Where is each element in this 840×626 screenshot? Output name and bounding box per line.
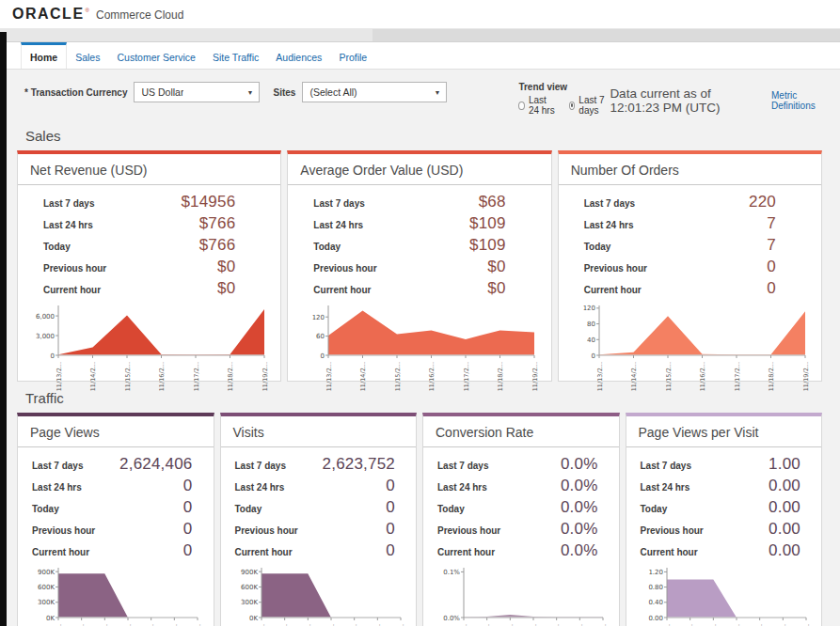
product-name: Commerce Cloud bbox=[96, 8, 183, 22]
metric-rows: Last 7 days2,624,406Last 24 hrs0Today0Pr… bbox=[18, 447, 214, 562]
sites-group: Sites (Select All) ▼ bbox=[273, 82, 447, 102]
brand-name: ORACLE bbox=[12, 6, 85, 23]
registered-mark: ® bbox=[86, 8, 89, 13]
metric-label: Current hour bbox=[43, 285, 101, 295]
trend-view-group: Trend view Last 24 hrs Last 7 days bbox=[518, 82, 610, 116]
svg-text:900K: 900K bbox=[38, 569, 55, 576]
transaction-currency-select[interactable]: US Dollar ▼ bbox=[134, 82, 260, 102]
svg-text:11/19/2...: 11/19/2... bbox=[262, 362, 269, 391]
metric-value: 2,624,406 bbox=[119, 455, 192, 474]
metric-card-visits: VisitsLast 7 days2,623,752Last 24 hrs0To… bbox=[220, 413, 418, 626]
section-sales: SalesNet Revenue (USD)Last 7 days$14956L… bbox=[0, 119, 840, 382]
svg-text:11/17/2...: 11/17/2... bbox=[733, 362, 740, 391]
metric-rows: Last 7 days1.00Last 24 hrs0.00Today0.00P… bbox=[626, 447, 822, 562]
svg-text:11/19/2...: 11/19/2... bbox=[801, 362, 809, 391]
svg-text:600K: 600K bbox=[38, 584, 55, 591]
metric-row-previous-hour: Previous hour0.00 bbox=[626, 518, 822, 540]
metric-row-last-24-hrs: Last 24 hrs$109 bbox=[288, 212, 550, 234]
metric-label: Previous hour bbox=[235, 525, 298, 536]
metric-value: 0.0% bbox=[561, 477, 598, 495]
status-group: Data current as of 12:01:23 PM (UTC) Met… bbox=[610, 86, 827, 115]
metric-rows: Last 7 days220Last 24 hrs7Today7Previous… bbox=[559, 185, 821, 300]
app-header: ORACLE® Commerce Cloud bbox=[0, 0, 840, 29]
svg-text:0.00: 0.00 bbox=[648, 615, 663, 622]
tab-profile[interactable]: Profile bbox=[330, 42, 375, 69]
tab-sales[interactable]: Sales bbox=[67, 42, 108, 69]
metric-label: Last 24 hrs bbox=[437, 482, 487, 493]
metric-label: Previous hour bbox=[32, 525, 95, 536]
metric-row-last-7-days: Last 7 days$68 bbox=[288, 191, 550, 212]
radio-icon bbox=[518, 102, 525, 110]
trend-view-options: Last 24 hrs Last 7 days bbox=[518, 95, 610, 116]
metric-label: Last 7 days bbox=[437, 461, 488, 471]
svg-text:0: 0 bbox=[591, 352, 594, 360]
tab-customer-service[interactable]: Customer Service bbox=[108, 42, 203, 69]
card-title: Conversion Rate bbox=[423, 416, 619, 447]
section-title-sales: Sales bbox=[0, 119, 840, 150]
metric-row-previous-hour: Previous hour0.0% bbox=[423, 518, 619, 540]
metric-row-last-7-days: Last 7 days0.0% bbox=[423, 453, 619, 475]
metric-value: 0.00 bbox=[769, 520, 800, 539]
svg-text:40: 40 bbox=[587, 336, 595, 344]
tab-site-traffic[interactable]: Site Traffic bbox=[204, 42, 267, 69]
metric-label: Last 24 hrs bbox=[43, 220, 93, 230]
metric-label: Today bbox=[437, 504, 465, 514]
metric-label: Today bbox=[43, 242, 71, 252]
svg-text:11/14/2...: 11/14/2... bbox=[89, 362, 97, 391]
section-traffic: TrafficPage ViewsLast 7 days2,624,406Las… bbox=[0, 382, 840, 626]
metric-value: $766 bbox=[199, 236, 236, 255]
trend-view-label: Trend view bbox=[518, 82, 610, 92]
metric-label: Last 7 days bbox=[584, 198, 635, 209]
metric-value: 7 bbox=[767, 214, 776, 233]
tab-audiences[interactable]: Audiences bbox=[267, 42, 330, 69]
metric-label: Last 24 hrs bbox=[584, 220, 634, 230]
metric-label: Last 24 hrs bbox=[641, 482, 690, 493]
metric-row-last-7-days: Last 7 days220 bbox=[559, 191, 821, 212]
metric-label: Previous hour bbox=[437, 525, 500, 536]
card-title: Average Order Value (USD) bbox=[288, 154, 550, 185]
metric-value: $0 bbox=[487, 279, 505, 298]
svg-text:3,000: 3,000 bbox=[36, 333, 55, 340]
metric-label: Last 24 hrs bbox=[313, 220, 363, 230]
radio-last-7-days[interactable]: Last 7 days bbox=[569, 95, 610, 116]
metric-value: 0 bbox=[183, 498, 193, 517]
metric-value: 1.00 bbox=[769, 455, 800, 474]
tab-home[interactable]: Home bbox=[21, 42, 67, 69]
filter-bar: * Transaction Currency US Dollar ▼ Sites… bbox=[0, 70, 840, 119]
metric-label: Today bbox=[313, 242, 341, 252]
metric-row-current-hour: Current hour$0 bbox=[288, 277, 550, 299]
sites-select[interactable]: (Select All) ▼ bbox=[302, 82, 447, 102]
svg-text:11/13/2...: 11/13/2... bbox=[55, 362, 63, 391]
svg-text:0: 0 bbox=[51, 352, 55, 360]
svg-text:120: 120 bbox=[582, 305, 594, 312]
metric-definitions-link[interactable]: Metric Definitions bbox=[771, 90, 821, 111]
svg-text:0K: 0K bbox=[248, 615, 257, 622]
metric-value: 0 bbox=[183, 520, 193, 539]
metric-label: Current hour bbox=[437, 547, 495, 557]
transaction-currency-group: * Transaction Currency US Dollar ▼ bbox=[24, 82, 260, 102]
radio-last-24-hrs[interactable]: Last 24 hrs bbox=[518, 95, 558, 116]
metric-row-previous-hour: Previous hour0 bbox=[18, 518, 214, 540]
trend-area-chart: 1208040011/13/2...11/14/2...11/15/2...11… bbox=[567, 303, 811, 397]
metric-label: Last 7 days bbox=[313, 198, 364, 209]
trend-area-chart: 6,0003,000011/13/2...11/14/2...11/15/2..… bbox=[26, 303, 270, 397]
metric-row-last-7-days: Last 7 days2,624,406 bbox=[18, 453, 214, 475]
metric-row-current-hour: Current hour0.0% bbox=[423, 540, 619, 561]
trend-area-chart: 1.200.800.400.0011/13/2...11/14/2...11/1… bbox=[635, 565, 812, 626]
metric-row-today: Today0.00 bbox=[626, 496, 822, 518]
svg-text:0.0%: 0.0% bbox=[443, 615, 460, 622]
metric-value: 0 bbox=[183, 541, 193, 560]
metric-value: 7 bbox=[767, 236, 776, 255]
metric-label: Last 24 hrs bbox=[235, 482, 285, 493]
metric-label: Previous hour bbox=[313, 263, 376, 274]
metric-label: Today bbox=[584, 242, 611, 252]
svg-text:900K: 900K bbox=[241, 569, 258, 576]
radio-last-7-days-label: Last 7 days bbox=[578, 95, 610, 116]
metric-row-today: Today0 bbox=[18, 496, 214, 518]
metric-row-today: Today0 bbox=[221, 496, 417, 518]
svg-text:11/14/2...: 11/14/2... bbox=[630, 362, 638, 391]
oracle-logo: ORACLE® Commerce Cloud bbox=[12, 6, 183, 23]
metric-row-last-24-hrs: Last 24 hrs0.0% bbox=[423, 475, 619, 496]
metric-label: Current hour bbox=[584, 285, 642, 295]
metric-card-page-views-per-visit: Page Views per VisitLast 7 days1.00Last … bbox=[626, 413, 823, 626]
